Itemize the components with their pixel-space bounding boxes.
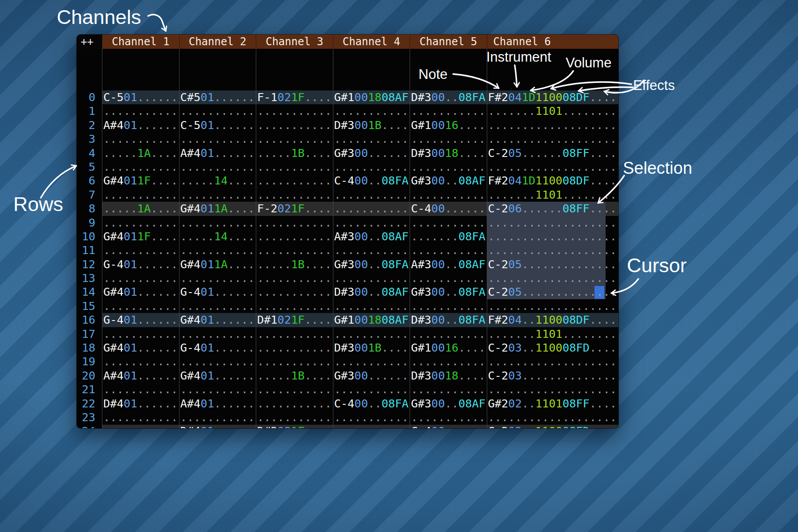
pattern-cell-ch5[interactable]: ........... bbox=[410, 411, 487, 424]
pattern-cell-ch5[interactable]: ........... bbox=[410, 104, 487, 118]
pattern-cell-ch3[interactable]: F-2021F.... bbox=[256, 202, 333, 215]
channel-header-5[interactable]: Channel 5 bbox=[410, 35, 487, 49]
pattern-cell-ch5[interactable]: ........... bbox=[410, 383, 487, 396]
pattern-cell-ch5[interactable]: G#300..08AF bbox=[410, 174, 487, 188]
pattern-cell-ch4[interactable]: ........... bbox=[333, 327, 410, 341]
pattern-cell-ch2[interactable]: C#501...... bbox=[179, 90, 256, 104]
pattern-cell-ch4[interactable]: C-400..08FA bbox=[333, 397, 410, 411]
pattern-cell-ch1[interactable]: ........... bbox=[102, 271, 179, 285]
pattern-cell-ch5[interactable]: D#300..08FA bbox=[410, 313, 487, 327]
pattern-cell-ch3[interactable]: ........... bbox=[256, 118, 333, 132]
pattern-cell-ch2[interactable]: G#401...... bbox=[179, 313, 256, 327]
pattern-cell-ch5[interactable]: C-400...... bbox=[410, 202, 487, 215]
pattern-cell-ch2[interactable]: A#401...... bbox=[179, 146, 256, 160]
pattern-cell-ch6[interactable]: C-202..110008FD.... bbox=[487, 424, 619, 428]
pattern-cell-ch2[interactable]: G#401...... bbox=[179, 369, 256, 383]
pattern-cell-ch2[interactable]: A#401...... bbox=[179, 397, 256, 411]
pattern-cell-ch3[interactable]: ........... bbox=[256, 174, 333, 188]
pattern-cell-ch3[interactable]: ........... bbox=[256, 411, 333, 424]
pattern-cell-ch1[interactable]: G-401...... bbox=[102, 313, 179, 327]
pattern-cell-ch4[interactable]: ........... bbox=[333, 188, 410, 202]
pattern-cell-ch5[interactable]: ........... bbox=[410, 243, 487, 257]
pattern-cell-ch4[interactable]: ........... bbox=[333, 132, 410, 146]
pattern-cell-ch6[interactable]: F#2041D110008DF.... bbox=[487, 90, 619, 104]
pattern-cell-ch3[interactable]: ........... bbox=[256, 355, 333, 368]
pattern-cell-ch5[interactable]: ........... bbox=[410, 132, 487, 146]
pattern-cell-ch3[interactable]: ........... bbox=[256, 216, 333, 230]
pattern-cell-ch3[interactable]: ........... bbox=[256, 188, 333, 202]
pattern-cell-ch1[interactable]: ........... bbox=[102, 132, 179, 146]
pattern-cell-ch2[interactable]: ........... bbox=[179, 188, 256, 202]
pattern-cell-ch1[interactable]: A#401...... bbox=[102, 118, 179, 132]
pattern-cell-ch5[interactable]: ........... bbox=[410, 355, 487, 368]
pattern-cell-ch4[interactable]: G#1001808AF bbox=[333, 90, 410, 104]
pattern-cell-ch1[interactable]: G#4011F.... bbox=[102, 230, 179, 243]
pattern-cell-ch5[interactable]: ........... bbox=[410, 160, 487, 174]
pattern-cell-ch5[interactable]: G#300..08AF bbox=[410, 397, 487, 411]
pattern-cell-ch5[interactable]: ........... bbox=[410, 188, 487, 202]
pattern-cell-ch6[interactable]: .......1101........ bbox=[487, 188, 619, 202]
pattern-cell-ch6[interactable]: C-205......08FF.... bbox=[487, 146, 619, 160]
channel-header-3[interactable]: Channel 3 bbox=[256, 35, 333, 49]
pattern-cell-ch6[interactable]: C-205.............. bbox=[487, 285, 619, 299]
pattern-cell-ch2[interactable]: ........... bbox=[179, 104, 256, 118]
pattern-cell-ch6[interactable]: .......1101........ bbox=[487, 104, 619, 118]
pattern-cell-ch1[interactable]: ........... bbox=[102, 243, 179, 257]
pattern-cell-ch4[interactable]: D#3001B.... bbox=[333, 341, 410, 355]
pattern-cell-ch3[interactable]: D#1021F.... bbox=[256, 313, 333, 327]
pattern-cell-ch4[interactable]: G#300...... bbox=[333, 146, 410, 160]
pattern-cell-ch6[interactable]: ................... bbox=[487, 383, 619, 396]
pattern-cell-ch1[interactable]: G#4011F.... bbox=[102, 174, 179, 188]
pattern-cell-ch3[interactable]: ........... bbox=[256, 285, 333, 299]
pattern-cell-ch6[interactable]: ................... bbox=[487, 160, 619, 174]
pattern-cell-ch3[interactable]: ........... bbox=[256, 327, 333, 341]
pattern-cell-ch2[interactable]: G#4011A.... bbox=[179, 202, 256, 215]
pattern-cell-ch3[interactable]: ........... bbox=[256, 299, 333, 313]
pattern-cell-ch2[interactable]: ........... bbox=[179, 271, 256, 285]
pattern-cell-ch4[interactable]: C-400..08FA bbox=[333, 174, 410, 188]
pattern-cell-ch4[interactable]: ........... bbox=[333, 216, 410, 230]
pattern-cell-ch5[interactable]: G#10016.... bbox=[410, 118, 487, 132]
pattern-cell-ch6[interactable]: C-205.............. bbox=[487, 258, 619, 271]
pattern-cell-ch2[interactable]: G-401...... bbox=[179, 285, 256, 299]
pattern-cell-ch3[interactable]: ........... bbox=[256, 160, 333, 174]
pattern-cell-ch4[interactable]: ........... bbox=[333, 202, 410, 215]
channel-header-1[interactable]: Channel 1 bbox=[102, 35, 179, 49]
pattern-cell-ch6[interactable]: ................... bbox=[487, 355, 619, 368]
pattern-cell-ch1[interactable]: G-401...... bbox=[102, 258, 179, 271]
pattern-cell-ch1[interactable]: ........... bbox=[102, 160, 179, 174]
pattern-cell-ch6[interactable]: C-203..110008FD.... bbox=[487, 341, 619, 355]
add-channel-button[interactable]: ++ bbox=[77, 35, 102, 49]
pattern-cell-ch5[interactable]: ........... bbox=[410, 271, 487, 285]
pattern-cell-ch6[interactable]: C-206......08FF.... bbox=[487, 202, 619, 215]
pattern-cell-ch4[interactable]: G#300..08FA bbox=[333, 258, 410, 271]
pattern-cell-ch4[interactable]: A#300..08AF bbox=[333, 230, 410, 243]
pattern-cell-ch6[interactable]: ................... bbox=[487, 230, 619, 243]
pattern-cell-ch1[interactable]: .....1A.... bbox=[102, 146, 179, 160]
pattern-cell-ch1[interactable]: ........... bbox=[102, 383, 179, 396]
pattern-cell-ch4[interactable]: G#300...... bbox=[333, 369, 410, 383]
pattern-cell-ch1[interactable]: ........... bbox=[102, 355, 179, 368]
pattern-cell-ch6[interactable]: ................... bbox=[487, 299, 619, 313]
pattern-cell-ch2[interactable]: C-501...... bbox=[179, 118, 256, 132]
pattern-cell-ch1[interactable]: ........... bbox=[102, 327, 179, 341]
pattern-cell-ch2[interactable]: G#4011A.... bbox=[179, 258, 256, 271]
channel-header-4[interactable]: Channel 4 bbox=[333, 35, 410, 49]
pattern-cell-ch1[interactable]: C-501...... bbox=[102, 90, 179, 104]
pattern-cell-ch6[interactable]: ................... bbox=[487, 132, 619, 146]
pattern-cell-ch2[interactable]: ........... bbox=[179, 383, 256, 396]
pattern-cell-ch1[interactable]: ........... bbox=[102, 188, 179, 202]
pattern-cell-ch6[interactable]: ................... bbox=[487, 216, 619, 230]
pattern-cell-ch4[interactable]: D#300..08AF bbox=[333, 285, 410, 299]
pattern-cell-ch5[interactable]: D#30018.... bbox=[410, 146, 487, 160]
pattern-cell-ch4[interactable]: ........... bbox=[333, 104, 410, 118]
pattern-cell-ch5[interactable]: .......08FA bbox=[410, 230, 487, 243]
pattern-cell-ch1[interactable]: ........... bbox=[102, 411, 179, 424]
pattern-cell-ch1[interactable]: ........... bbox=[102, 424, 179, 428]
pattern-cell-ch2[interactable]: .....14.... bbox=[179, 230, 256, 243]
pattern-cell-ch6[interactable]: ................... bbox=[487, 271, 619, 285]
pattern-cell-ch2[interactable]: G-401...... bbox=[179, 341, 256, 355]
pattern-cell-ch1[interactable]: ........... bbox=[102, 299, 179, 313]
pattern-cell-ch3[interactable]: ........... bbox=[256, 383, 333, 396]
pattern-cell-ch2[interactable]: ........... bbox=[179, 355, 256, 368]
